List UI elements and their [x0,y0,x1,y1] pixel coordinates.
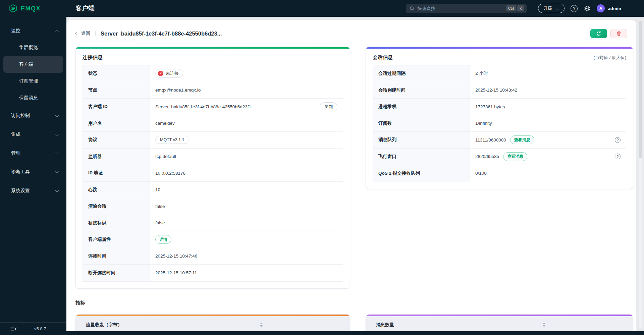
help-button[interactable]: ? [571,5,578,12]
row-label: 客户端 ID [83,99,150,115]
chart-title: 消息数量 [376,322,394,328]
row-qos2-queue: QoS 2 报文接收队列 0/100 [373,165,626,182]
copy-button[interactable]: 复制 [320,102,337,111]
top-bar: EMQX 客户端 Ctrl K 升级 → ? [0,0,644,17]
upgrade-button[interactable]: 升级 → [538,4,565,13]
row-clean-session: 清除会话 false [83,198,343,215]
row-label: 心跳 [83,182,150,198]
row-value: false [155,204,165,209]
details-button[interactable]: 详情 [155,235,171,244]
connection-table: 状态 ✕ 未连接 节点 [83,65,343,282]
sidebar-group-integrations[interactable]: 集成 [0,125,66,144]
row-node: 节点 emqx@node1.emqx.io [83,82,343,99]
protocol-tag: MQTT v3.1.1 [155,136,189,144]
refresh-button[interactable] [590,29,607,38]
search-box[interactable]: Ctrl K [406,4,527,13]
row-value: 10 [155,187,160,192]
row-value: 2 小时 [475,70,488,76]
chart-header: 消息数量 [366,316,633,332]
row-value: 2025-12-15 10:57:11 [155,270,197,275]
refresh-icon [596,31,601,36]
traffic-chart-card: 流量收发（字节） [75,314,350,332]
sidebar-item-subscriptions[interactable]: 订阅管理 [3,73,63,90]
search-icon [410,6,415,11]
collapse-sidebar-icon[interactable] [10,326,17,332]
connection-info-card: 连接信息 状态 ✕ 未连接 [75,47,350,289]
divider [95,31,96,36]
row-value: emqx@node1.emqx.io [155,88,201,93]
emqx-hexagon-icon [9,4,17,13]
sidebar-group-management[interactable]: 管理 [0,144,66,163]
sort-carets-icon[interactable] [543,323,545,327]
arrow-right-icon: → [555,6,559,11]
settings-button[interactable] [584,5,591,12]
trash-icon [616,31,622,36]
help-icon: ? [571,5,578,12]
chevron-down-icon [55,132,59,136]
chevron-down-icon [55,113,59,117]
row-value: cameldev [155,121,175,126]
view-messages-button[interactable]: 查看消息 [510,135,534,144]
sidebar-group-diagnostics[interactable]: 诊断工具 [0,163,66,181]
row-value: 1/infinity [475,121,492,126]
content-panel: 返回 Server_baidu85f-1e3f-4e7f-b88e-42550b… [66,20,636,331]
card-title: 连接信息 [83,54,103,61]
session-info-card: 会话信息 (当前值 / 最大值) 会话过期间隔 2 小时 会话创建时间 [366,47,633,189]
row-ip-address: IP 地址 10.0.0.2:58176 [83,165,343,182]
sidebar-group-label: 监控 [11,28,20,34]
row-username: 用户名 cameldev [83,115,343,132]
username[interactable]: admin [608,6,621,11]
search-input[interactable] [417,6,503,11]
chevron-down-icon [55,170,59,173]
card-title: 会话信息 [373,54,393,61]
sidebar-group-monitoring[interactable]: 监控 [0,22,66,39]
row-label: 进程堆栈 [373,99,470,115]
kbd-ctrl: Ctrl [506,5,516,11]
search-shortcut: Ctrl K [506,5,524,11]
sidebar-item-cluster-overview[interactable]: 集群概览 [3,39,63,56]
row-label: 节点 [83,82,150,99]
back-label: 返回 [81,31,90,37]
top-bar-right: Ctrl K 升级 → ? A admin [406,4,644,13]
sidebar-group-system-settings[interactable]: 系统设置 [0,181,66,200]
help-circle-icon[interactable]: ? [615,154,621,159]
row-value: 1727361 bytes [475,104,505,109]
sidebar-item-label: 集群概览 [19,45,38,51]
row-client-id: 客户端 ID Server_baidu85f-1e3f-4e7f-b88e-42… [83,99,343,115]
row-label: 连接时间 [83,248,150,265]
sidebar-item-clients[interactable]: 客户端 [3,56,63,73]
row-inflight-window: 飞行窗口 2820/65535 查看消息 ? [373,149,626,165]
view-messages-button[interactable]: 查看消息 [503,152,527,161]
chevron-down-icon [55,151,59,155]
current-max-note: (当前值 / 最大值) [594,55,627,61]
row-label: 协议 [83,132,150,148]
brand-logo[interactable]: EMQX [0,4,66,13]
chart-title: 流量收发（字节） [86,322,122,328]
session-table: 会话过期间隔 2 小时 会话创建时间 2025-12-15 10:43:42 进… [373,65,626,182]
info-cards-row: 连接信息 状态 ✕ 未连接 [66,38,636,289]
sidebar-group-label: 访问控制 [11,113,30,119]
chevron-up-icon [55,30,59,33]
brand-name: EMQX [21,5,41,12]
row-label: 客户端属性 [83,231,150,248]
main-area: 返回 Server_baidu85f-1e3f-4e7f-b88e-42550b… [66,17,644,331]
page-title: 客户端 [75,4,95,13]
metrics-heading: 指标 [66,289,636,306]
row-client-attributes: 客户端属性 详情 [83,231,343,248]
back-button[interactable]: 返回 [75,31,90,37]
delete-button[interactable] [610,29,627,38]
sidebar-group-access-control[interactable]: 访问控制 [0,106,66,125]
sidebar-item-retained-messages[interactable]: 保留消息 [3,90,63,106]
row-value: 0/100 [475,171,487,176]
sidebar-group-label: 集成 [11,131,20,137]
sidebar: 监控 集群概览 客户端 订阅管理 保留消息 访问控制 [0,17,66,335]
chart-header: 流量收发（字节） [76,316,350,332]
row-keepalive: 心跳 10 [83,182,343,199]
scrollbar-thumb[interactable] [639,21,642,158]
sort-carets-icon[interactable] [260,323,263,327]
avatar[interactable]: A [597,4,605,12]
help-circle-icon[interactable]: ? [615,137,621,143]
row-protocol: 协议 MQTT v3.1.1 [83,132,343,149]
status-text: 未连接 [166,70,179,76]
row-label: 桥接标识 [83,215,150,231]
